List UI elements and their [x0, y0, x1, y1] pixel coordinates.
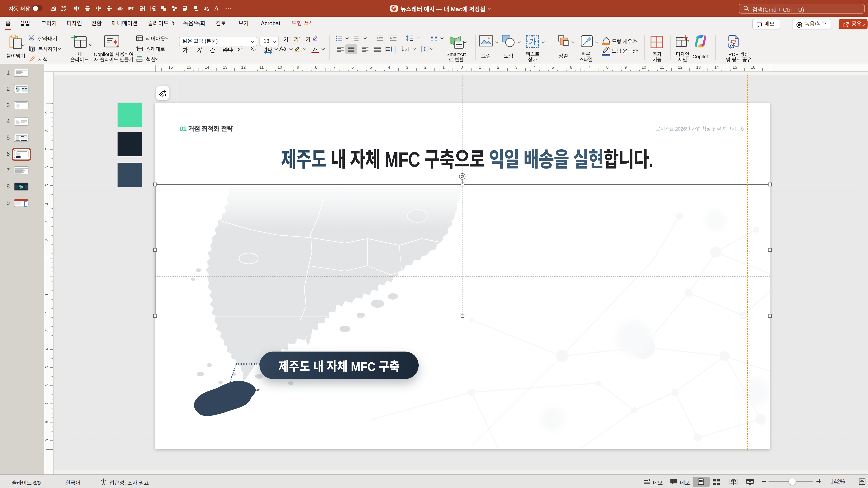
svg-text:P: P — [393, 6, 395, 10]
svg-text:3: 3 — [352, 39, 353, 41]
svg-text:가: 가 — [529, 36, 536, 47]
svg-text:가: 가 — [405, 46, 409, 53]
svg-text:1: 1 — [352, 35, 353, 37]
